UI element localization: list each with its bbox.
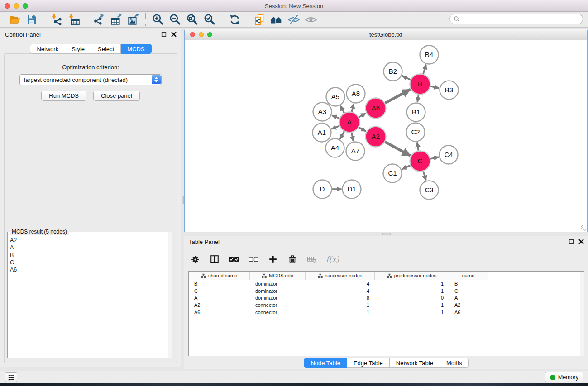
table-tab-node-table[interactable]: Node Table xyxy=(304,358,347,368)
zoom-window-button[interactable] xyxy=(23,3,28,9)
column-header-shared-name[interactable]: shared name xyxy=(189,272,250,280)
export-image-button[interactable] xyxy=(126,13,140,26)
network-graph[interactable]: B4B2BB3A8A5A6A3B1AC2A1A2A4A7C4CC1DD1C3 xyxy=(185,40,586,231)
mcds-result-item[interactable]: A6 xyxy=(10,266,167,273)
mcds-result-list[interactable]: A2ABCA6 xyxy=(8,232,167,358)
table-tab-motifs[interactable]: Motifs xyxy=(440,358,469,368)
tab-mcds[interactable]: MCDS xyxy=(121,44,151,54)
table-cell[interactable]: A6 xyxy=(449,310,488,315)
edge-A-A5[interactable] xyxy=(340,106,344,113)
show-columns-button[interactable] xyxy=(209,254,220,265)
edge-B-B3[interactable] xyxy=(430,86,439,88)
graph-node-B4[interactable]: B4 xyxy=(420,46,439,64)
criterion-dropdown[interactable]: largest connected component (directed) xyxy=(19,74,162,85)
edge-B-B1[interactable] xyxy=(417,95,418,102)
table-cell[interactable]: connector xyxy=(250,310,306,315)
graph-node-C4[interactable]: C4 xyxy=(440,146,458,164)
table-row[interactable]: A6connector11A6 xyxy=(189,309,584,316)
graph-node-C1[interactable]: C1 xyxy=(383,164,402,183)
network-zoom-button[interactable] xyxy=(207,32,212,37)
graph-node-A2[interactable]: A2 xyxy=(366,127,386,147)
network-minimize-button[interactable] xyxy=(199,32,204,37)
table-cell[interactable]: 1 xyxy=(375,288,449,294)
graph-node-A4[interactable]: A4 xyxy=(326,139,344,157)
network-close-button[interactable] xyxy=(190,32,195,37)
run-mcds-button[interactable]: Run MCDS xyxy=(41,91,86,101)
table-cell[interactable]: dominator xyxy=(250,288,306,294)
import-network-button[interactable] xyxy=(49,13,64,26)
graph-node-A3[interactable]: A3 xyxy=(313,103,332,121)
float-panel-icon[interactable] xyxy=(569,239,574,244)
table-cell[interactable]: 1 xyxy=(375,302,449,308)
export-network-button[interactable] xyxy=(91,13,106,26)
table-row[interactable]: A2connector11A2 xyxy=(189,301,584,309)
graph-node-C[interactable]: C xyxy=(410,151,430,172)
search-field[interactable] xyxy=(449,14,583,24)
mcds-result-item[interactable]: A xyxy=(10,244,167,251)
zoom-fit-button[interactable] xyxy=(185,13,200,26)
import-table-button[interactable] xyxy=(67,13,81,26)
graph-node-A6[interactable]: A6 xyxy=(366,98,386,119)
tab-select[interactable]: Select xyxy=(91,44,121,54)
table-cell[interactable]: B xyxy=(449,281,488,286)
delete-column-button[interactable] xyxy=(287,254,298,265)
horizontal-split-divider[interactable] xyxy=(184,232,588,236)
tab-network[interactable]: Network xyxy=(30,44,65,54)
table-cell[interactable]: dominator xyxy=(250,295,306,300)
open-session-button[interactable] xyxy=(7,13,22,26)
column-header-name[interactable]: name xyxy=(449,272,488,280)
graph-node-B[interactable]: B xyxy=(410,74,430,95)
edge-C-C2[interactable] xyxy=(417,142,419,151)
table-row[interactable]: Adominator80A xyxy=(189,295,584,302)
graph-node-A[interactable]: A xyxy=(339,112,360,133)
table-tab-network-table[interactable]: Network Table xyxy=(390,358,440,368)
divider-handle[interactable] xyxy=(382,233,391,235)
select-all-checkboxes-button[interactable] xyxy=(229,254,239,265)
memory-button[interactable]: Memory xyxy=(545,372,583,382)
table-cell[interactable]: A xyxy=(449,295,488,300)
graph-node-D1[interactable]: D1 xyxy=(343,180,361,199)
table-scrollbar[interactable] xyxy=(580,272,584,356)
delete-table-button[interactable] xyxy=(306,254,317,265)
table-cell[interactable]: C xyxy=(189,288,250,294)
edge-A-A6[interactable] xyxy=(359,114,366,117)
divider-handle[interactable] xyxy=(182,196,184,204)
edge-A-A2[interactable] xyxy=(359,127,366,131)
graph-node-A1[interactable]: A1 xyxy=(313,124,331,142)
table-cell[interactable]: 1 xyxy=(306,310,375,315)
new-network-from-selection-button[interactable] xyxy=(252,13,267,26)
table-row[interactable]: Cdominator41C xyxy=(189,287,584,295)
edge-B-B4[interactable] xyxy=(423,65,426,74)
edge-B-B2[interactable] xyxy=(402,76,410,80)
edge-A2-C[interactable] xyxy=(385,142,411,156)
table-cell[interactable]: 8 xyxy=(306,295,375,300)
column-header-successor-nodes[interactable]: successor nodes xyxy=(306,272,375,280)
export-table-button[interactable] xyxy=(109,13,123,26)
save-session-button[interactable] xyxy=(24,13,39,26)
add-column-button[interactable] xyxy=(268,254,278,265)
tab-style[interactable]: Style xyxy=(65,44,91,54)
edge-C-C4[interactable] xyxy=(430,157,439,159)
edge-A-A1[interactable] xyxy=(331,126,339,129)
table-cell[interactable]: A2 xyxy=(449,302,488,308)
graph-node-A7[interactable]: A7 xyxy=(346,142,365,161)
graph-node-B3[interactable]: B3 xyxy=(440,81,459,100)
table-row[interactable]: Bdominator41B xyxy=(189,280,584,287)
table-cell[interactable]: A6 xyxy=(189,310,250,315)
edge-A-A4[interactable] xyxy=(340,132,344,139)
table-cell[interactable]: 1 xyxy=(375,310,449,315)
column-header-predecessor-nodes[interactable]: predecessor nodes xyxy=(375,272,449,280)
edge-C-C3[interactable] xyxy=(423,171,426,180)
table-cell[interactable]: dominator xyxy=(250,281,306,286)
result-scrollbar[interactable] xyxy=(168,232,172,358)
table-cell[interactable]: A xyxy=(189,295,250,300)
search-input[interactable] xyxy=(460,15,583,23)
zoom-out-button[interactable] xyxy=(168,13,182,26)
table-cell[interactable]: B xyxy=(189,281,250,286)
graph-node-D[interactable]: D xyxy=(313,180,332,199)
mcds-result-item[interactable]: A2 xyxy=(10,237,167,244)
table-options-button[interactable] xyxy=(190,254,201,265)
graph-node-B1[interactable]: B1 xyxy=(407,103,425,122)
table-cell[interactable]: 0 xyxy=(375,295,449,300)
network-view[interactable]: B4B2BB3A8A5A6A3B1AC2A1A2A4A7C4CC1DD1C3 xyxy=(185,40,587,232)
